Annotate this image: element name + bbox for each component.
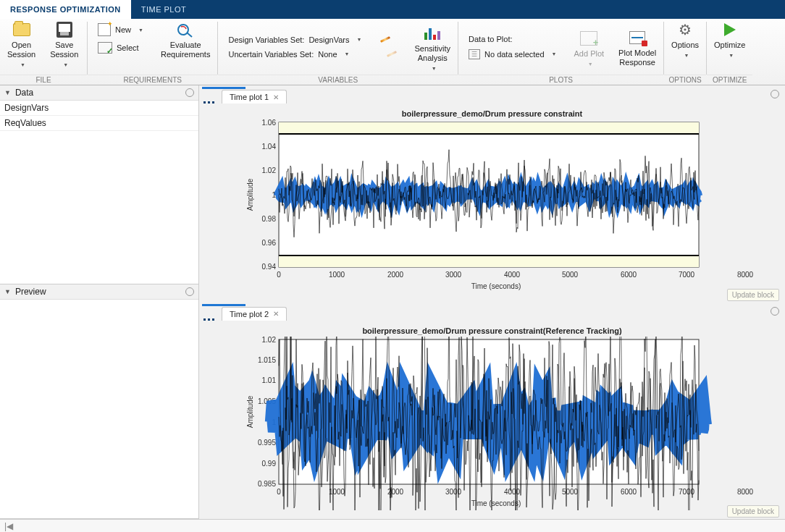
add-plot-button: Add Plot ▼ <box>567 28 612 67</box>
plot2-tabrow: Time plot 2 ✕ <box>199 303 785 321</box>
plot1-title: boilerpressure_demo/Drum pressure constr… <box>199 104 785 119</box>
svg-text:8000: 8000 <box>737 271 754 279</box>
svg-text:0.985: 0.985 <box>258 480 276 488</box>
pencil-icon[interactable] <box>380 36 390 43</box>
options-button[interactable]: ⚙ Options ▼ <box>664 19 706 75</box>
svg-text:7000: 7000 <box>679 271 695 279</box>
save-session-button[interactable]: Save Session ▼ <box>43 19 85 75</box>
svg-text:8000: 8000 <box>737 488 754 496</box>
section-label-variables: VARIABLES <box>218 75 458 85</box>
section-label-file: FILE <box>0 75 87 85</box>
panel-options-icon[interactable] <box>185 88 194 97</box>
panel-options-icon[interactable] <box>771 90 779 98</box>
close-icon[interactable]: ✕ <box>273 93 279 101</box>
data-panel-body: DesignVars ReqValues <box>0 101 198 284</box>
plot2-title: boilerpressure_demo/Drum pressure constr… <box>199 321 785 337</box>
chevron-down-icon: ▼ <box>729 53 734 58</box>
update-block-button[interactable]: Update block <box>727 289 779 301</box>
collapse-icon[interactable]: ▼ <box>4 89 11 96</box>
svg-text:2000: 2000 <box>387 271 404 279</box>
svg-text:1.02: 1.02 <box>262 337 277 344</box>
plot1-tabrow: Time plot 1 ✕ <box>199 85 785 104</box>
plot1-xlabel: Time (seconds) <box>471 282 521 290</box>
svg-text:0.96: 0.96 <box>262 239 277 247</box>
optimize-button[interactable]: Optimize ▼ <box>707 19 752 75</box>
new-icon <box>98 23 111 36</box>
svg-text:0: 0 <box>277 488 281 496</box>
svg-text:4000: 4000 <box>504 271 521 279</box>
plot2-chart[interactable]: 0.9850.990.995 11.0051.01 1.0151.02 0100… <box>243 337 778 510</box>
plot1-tab[interactable]: Time plot 1 ✕ <box>222 90 287 104</box>
svg-text:5000: 5000 <box>562 271 579 279</box>
toolstrip: Open Session ▼ Save Session ▼ FILE New ▼ <box>0 19 785 85</box>
plot2-ylabel: Amplitude <box>246 395 254 428</box>
status-bar: |◀ <box>0 519 785 532</box>
svg-text:4000: 4000 <box>504 488 521 496</box>
panel-options-icon[interactable] <box>185 287 194 296</box>
chevron-down-icon: ▼ <box>552 51 557 56</box>
svg-text:6000: 6000 <box>621 271 637 279</box>
pencil-icon[interactable] <box>387 51 398 57</box>
play-icon <box>721 22 739 38</box>
sensitivity-analysis-button[interactable]: Sensitivity Analysis ▼ <box>407 22 458 71</box>
sidebar: ▼ Data DesignVars ReqValues ▼ Preview <box>0 85 199 519</box>
svg-rect-3 <box>279 256 699 267</box>
tab-time-plot[interactable]: TIME PLOT <box>131 0 197 19</box>
uncertain-variables-dropdown[interactable]: Uncertain Variables Set: None ▼ <box>224 48 401 60</box>
svg-text:0.99: 0.99 <box>262 460 277 468</box>
svg-text:1.02: 1.02 <box>262 166 277 174</box>
chevron-down-icon: ▼ <box>63 62 68 67</box>
preview-panel-header: ▼ Preview <box>0 284 198 300</box>
plot2-area[interactable]: boilerpressure_demo/Drum pressure constr… <box>199 321 785 520</box>
data-panel-title: Data <box>15 88 185 98</box>
select-requirement-button[interactable]: Select <box>93 41 148 55</box>
plot1-area[interactable]: boilerpressure_demo/Drum pressure constr… <box>199 104 785 303</box>
folder-icon <box>12 22 31 38</box>
section-label-optimize: OPTIMIZE <box>707 75 752 85</box>
plot-model-icon <box>628 30 647 46</box>
section-label-options: OPTIONS <box>664 75 706 85</box>
svg-text:0.995: 0.995 <box>258 439 276 447</box>
plot-pane-1: Time plot 1 ✕ boilerpressure_demo/Drum p… <box>199 85 785 303</box>
main-area: ▼ Data DesignVars ReqValues ▼ Preview <box>0 85 785 519</box>
svg-text:0.94: 0.94 <box>262 263 277 271</box>
evaluate-icon <box>177 22 194 38</box>
sensitivity-icon <box>423 25 442 41</box>
new-requirement-button[interactable]: New ▼ <box>93 22 148 38</box>
svg-text:1000: 1000 <box>329 488 345 496</box>
collapse-icon[interactable]: ▼ <box>4 288 11 295</box>
evaluate-requirements-button[interactable]: Evaluate Requirements <box>154 19 217 59</box>
preview-panel-body <box>0 300 198 518</box>
preview-panel-title: Preview <box>15 287 185 297</box>
section-label-requirements: REQUIREMENTS <box>88 75 217 85</box>
open-session-button[interactable]: Open Session ▼ <box>0 19 43 75</box>
data-item-reqvalues[interactable]: ReqValues <box>0 116 198 131</box>
chevron-down-icon: ▼ <box>20 62 25 67</box>
save-icon <box>55 22 74 38</box>
section-label-plots: PLOTS <box>458 75 663 85</box>
svg-text:1.06: 1.06 <box>262 119 277 127</box>
select-icon <box>98 42 112 54</box>
svg-text:1.015: 1.015 <box>258 356 276 364</box>
chevron-down-icon: ▼ <box>432 66 437 71</box>
data-icon <box>469 49 480 59</box>
data-item-designvars[interactable]: DesignVars <box>0 101 198 116</box>
svg-rect-2 <box>279 122 699 134</box>
panel-options-icon[interactable] <box>771 307 779 316</box>
svg-text:0.98: 0.98 <box>262 215 277 223</box>
nav-back-icon[interactable]: |◀ <box>4 521 13 531</box>
svg-text:3000: 3000 <box>445 488 462 496</box>
tab-response-optimization[interactable]: RESPONSE OPTIMIZATION <box>0 0 131 19</box>
svg-text:3000: 3000 <box>445 271 462 279</box>
plot-pane-2: Time plot 2 ✕ boilerpressure_demo/Drum p… <box>199 303 785 520</box>
data-to-plot-dropdown[interactable]: No data selected ▼ <box>464 48 561 61</box>
svg-text:5000: 5000 <box>562 488 579 496</box>
chevron-down-icon: ▼ <box>138 28 143 33</box>
plot1-ylabel: Amplitude <box>246 178 254 211</box>
update-block-button[interactable]: Update block <box>727 505 779 518</box>
design-variables-dropdown[interactable]: Design Variables Set: DesignVars ▼ <box>224 34 401 46</box>
plot2-tab[interactable]: Time plot 2 ✕ <box>222 307 287 321</box>
plot-model-response-button[interactable]: Plot Model Response <box>611 27 663 67</box>
plot1-chart[interactable]: 0.940.960.98 11.021.041.06 010002000 300… <box>243 119 778 293</box>
close-icon[interactable]: ✕ <box>273 310 279 318</box>
